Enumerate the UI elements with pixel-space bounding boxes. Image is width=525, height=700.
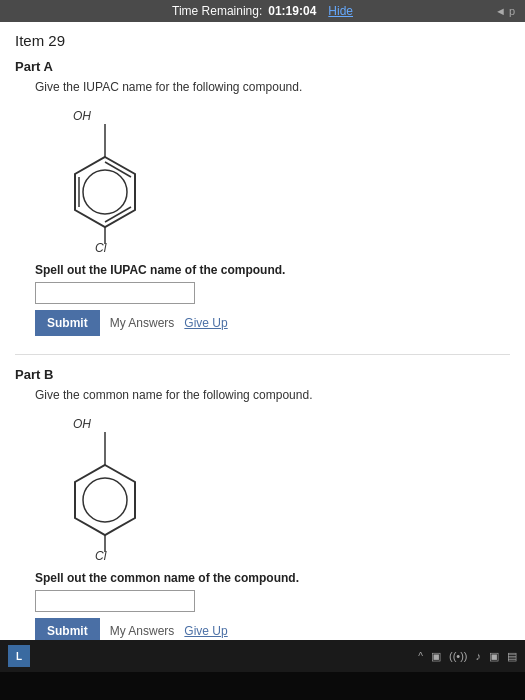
part-a-give-up[interactable]: Give Up: [184, 316, 227, 330]
svg-marker-1: [75, 157, 135, 227]
part-b-instruction: Give the common name for the following c…: [35, 388, 510, 402]
taskbar-left: L: [8, 645, 30, 667]
svg-text:OH: OH: [73, 109, 91, 123]
part-b-give-up[interactable]: Give Up: [184, 624, 227, 638]
tray-keyboard-icon: ▤: [507, 650, 517, 663]
part-b-answer-row: [35, 590, 510, 612]
svg-text:OH: OH: [73, 417, 91, 431]
part-b-molecule-svg: OH Cl: [45, 410, 165, 560]
part-a-section: Part A Give the IUPAC name for the follo…: [15, 59, 510, 355]
part-b-structure: OH Cl: [45, 410, 510, 563]
timer-value: 01:19:04: [268, 4, 316, 18]
svg-point-5: [83, 170, 127, 214]
top-bar: Time Remaining: 01:19:04 Hide ◄ p: [0, 0, 525, 22]
taskbar-app-icon[interactable]: L: [8, 645, 30, 667]
part-b-controls: Submit My Answers Give Up: [35, 618, 510, 640]
nav-arrow[interactable]: ◄ p: [495, 5, 515, 17]
part-a-molecule-svg: OH Cl: [45, 102, 165, 252]
part-a-instruction: Give the IUPAC name for the following co…: [35, 80, 510, 94]
part-a-spell-label: Spell out the IUPAC name of the compound…: [35, 263, 510, 277]
timer-display: Time Remaining: 01:19:04 Hide: [172, 4, 353, 18]
part-a-submit-button[interactable]: Submit: [35, 310, 100, 336]
tray-arrow-icon[interactable]: ^: [418, 651, 423, 662]
part-b-submit-button[interactable]: Submit: [35, 618, 100, 640]
part-b-label: Part B: [15, 367, 510, 382]
svg-text:Cl: Cl: [95, 241, 107, 252]
tray-display-icon: ▣: [489, 650, 499, 663]
taskbar-right: ^ ▣ ((•)) ♪ ▣ ▤: [418, 650, 517, 663]
svg-text:Cl: Cl: [95, 549, 107, 560]
part-a-my-answers[interactable]: My Answers: [110, 316, 175, 330]
part-a-answer-row: [35, 282, 510, 304]
tray-battery-icon: ▣: [431, 650, 441, 663]
taskbar: L ^ ▣ ((•)) ♪ ▣ ▤: [0, 640, 525, 672]
timer-label: Time Remaining:: [172, 4, 262, 18]
bottom-bar: [0, 672, 525, 700]
part-b-input[interactable]: [35, 590, 195, 612]
main-content: Item 29 Part A Give the IUPAC name for t…: [0, 22, 525, 640]
part-a-label: Part A: [15, 59, 510, 74]
part-b-section: Part B Give the common name for the foll…: [15, 367, 510, 640]
part-b-my-answers[interactable]: My Answers: [110, 624, 175, 638]
part-a-controls: Submit My Answers Give Up: [35, 310, 510, 336]
svg-point-11: [83, 478, 127, 522]
tray-wifi-icon: ((•)): [449, 650, 468, 662]
part-a-input[interactable]: [35, 282, 195, 304]
part-a-structure: OH Cl: [45, 102, 510, 255]
tray-volume-icon[interactable]: ♪: [476, 650, 482, 662]
hide-button[interactable]: Hide: [328, 4, 353, 18]
part-b-spell-label: Spell out the common name of the compoun…: [35, 571, 510, 585]
svg-marker-10: [75, 465, 135, 535]
item-title: Item 29: [15, 32, 510, 49]
